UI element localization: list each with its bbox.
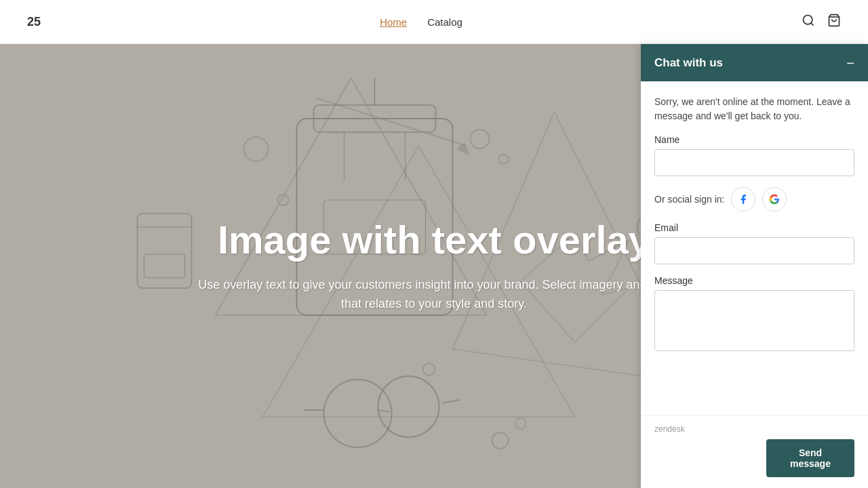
svg-rect-26 <box>144 254 185 278</box>
facebook-sign-in-button[interactable] <box>731 187 755 211</box>
svg-point-13 <box>492 432 509 449</box>
social-sign-in-label: Or social sign in: <box>654 194 724 205</box>
search-icon[interactable] <box>802 14 815 30</box>
svg-point-9 <box>499 155 509 164</box>
brand-logo: 25 <box>27 15 41 29</box>
svg-rect-24 <box>138 214 192 288</box>
email-field-group: Email <box>654 222 854 264</box>
hero-title: Image with text overlay <box>197 218 671 262</box>
chat-offline-message: Sorry, we aren't online at the moment. L… <box>654 95 854 123</box>
svg-line-31 <box>378 410 391 412</box>
message-input[interactable] <box>654 290 854 351</box>
svg-point-6 <box>244 137 269 161</box>
zendesk-brand: zendesk <box>654 424 854 434</box>
send-message-button[interactable]: Send message <box>766 439 854 477</box>
svg-point-15 <box>423 363 435 375</box>
social-sign-in-group: Or social sign in: <box>654 187 854 211</box>
chat-widget: Chat with us − Sorry, we aren't online a… <box>641 44 868 488</box>
hero-subtitle: Use overlay text to give your customers … <box>197 275 671 314</box>
name-input[interactable] <box>654 149 854 176</box>
message-label: Message <box>654 275 854 286</box>
cart-icon[interactable] <box>827 14 841 30</box>
nav-link-catalog[interactable]: Catalog <box>427 16 462 28</box>
svg-point-8 <box>471 129 490 148</box>
svg-point-14 <box>515 418 526 429</box>
svg-point-28 <box>378 376 439 437</box>
email-label: Email <box>654 222 854 233</box>
chat-title: Chat with us <box>654 56 723 70</box>
name-field-group: Name <box>654 134 854 176</box>
hero-text-block: Image with text overlay Use overlay text… <box>197 218 671 314</box>
svg-line-30 <box>443 400 460 403</box>
google-sign-in-button[interactable] <box>762 187 787 211</box>
svg-point-27 <box>324 380 392 447</box>
name-label: Name <box>654 134 854 145</box>
chat-header: Chat with us − <box>641 44 868 81</box>
navbar: 25 Home Catalog <box>0 0 868 44</box>
message-field-group: Message <box>654 275 854 351</box>
email-input[interactable] <box>654 237 854 264</box>
svg-marker-23 <box>456 142 470 156</box>
nav-link-home[interactable]: Home <box>380 16 407 28</box>
svg-line-1 <box>811 22 814 25</box>
nav-links: Home Catalog <box>380 16 462 28</box>
nav-icons <box>802 14 841 30</box>
chat-footer: zendesk Send message <box>641 415 868 488</box>
chat-body: Sorry, we aren't online at the moment. L… <box>641 81 868 415</box>
svg-point-0 <box>804 15 812 24</box>
chat-minimize-button[interactable]: − <box>846 56 854 70</box>
